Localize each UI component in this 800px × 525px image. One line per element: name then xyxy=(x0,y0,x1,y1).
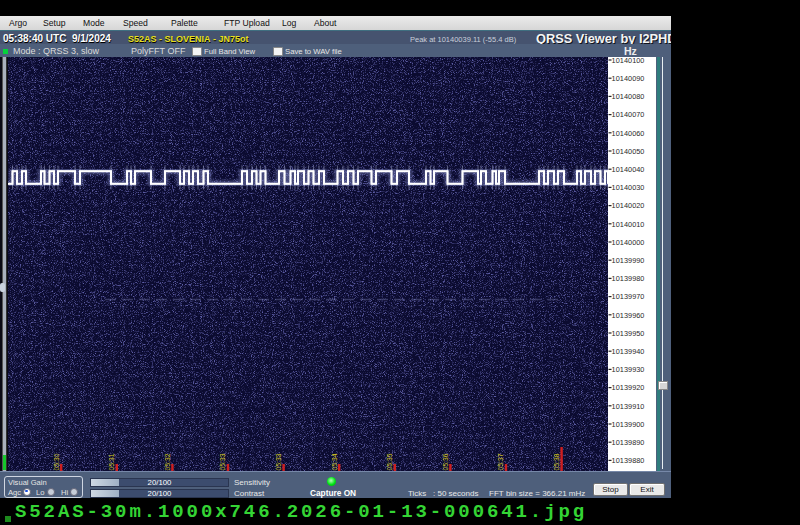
svg-text:10139930: 10139930 xyxy=(612,365,645,374)
svg-text:10139980: 10139980 xyxy=(612,274,645,283)
svg-text:05:37: 05:37 xyxy=(497,453,504,470)
svg-text:10139990: 10139990 xyxy=(612,256,645,265)
svg-text:10139880: 10139880 xyxy=(612,456,645,465)
svg-text:10139970: 10139970 xyxy=(612,292,645,301)
svg-text:10140100: 10140100 xyxy=(612,57,645,65)
svg-text:10140010: 10140010 xyxy=(612,220,645,229)
svg-text:10140000: 10140000 xyxy=(612,238,645,247)
svg-text:10139890: 10139890 xyxy=(612,438,645,447)
svg-text:05:33: 05:33 xyxy=(219,453,226,470)
svg-text:05:34: 05:34 xyxy=(331,453,338,470)
svg-text:10140090: 10140090 xyxy=(612,74,645,83)
svg-text:10139920: 10139920 xyxy=(612,383,645,392)
svg-text:10139950: 10139950 xyxy=(612,329,645,338)
svg-text:10140020: 10140020 xyxy=(612,201,645,210)
svg-text:10140070: 10140070 xyxy=(612,110,645,119)
svg-text:05:30: 05:30 xyxy=(53,453,60,470)
svg-text:10139900: 10139900 xyxy=(612,420,645,429)
svg-text:10140060: 10140060 xyxy=(612,129,645,138)
svg-text:10140030: 10140030 xyxy=(612,183,645,192)
svg-text:05:35: 05:35 xyxy=(386,453,393,470)
svg-text:05:32: 05:32 xyxy=(164,453,171,470)
svg-text:05:33: 05:33 xyxy=(275,453,282,470)
svg-text:10140050: 10140050 xyxy=(612,147,645,156)
svg-text:05:38: 05:38 xyxy=(553,453,560,470)
svg-text:10140040: 10140040 xyxy=(612,165,645,174)
svg-text:10139910: 10139910 xyxy=(612,402,645,411)
svg-text:10139940: 10139940 xyxy=(612,347,645,356)
svg-text:05:36: 05:36 xyxy=(442,453,449,470)
svg-text:10140080: 10140080 xyxy=(612,92,645,101)
svg-text:10139960: 10139960 xyxy=(612,311,645,320)
svg-text:05:31: 05:31 xyxy=(108,453,115,470)
